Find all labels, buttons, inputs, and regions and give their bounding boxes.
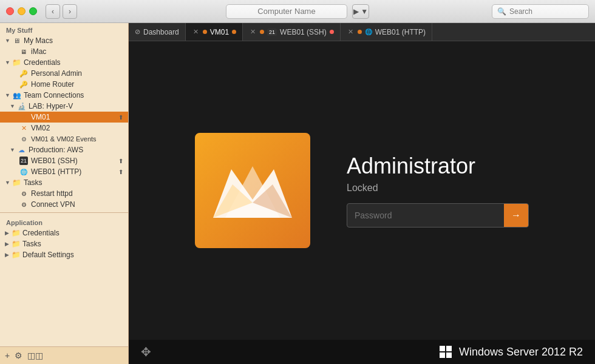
grid-button[interactable]: ◫◫ — [27, 351, 43, 360]
web01-ssh-badge: 21 — [267, 29, 277, 36]
vm01-vm02-events-label: VM01 & VM02 Events — [31, 135, 97, 143]
credentials-folder-icon: 📁 — [13, 58, 21, 67]
application-section: Application — [0, 215, 128, 228]
bottom-bar: ✥ Windows Server 2012 R2 — [129, 340, 595, 364]
restart-httpd-icon: ⚙ — [19, 189, 28, 198]
computer-name-input[interactable] — [226, 4, 347, 19]
search-icon: 🔍 — [497, 7, 506, 16]
main-content: Administrator Locked → ✥ — [129, 41, 595, 364]
titlebar-center: ▶ ▼ — [226, 4, 369, 19]
sidebar-item-connect-vpn[interactable]: ⚙ Connect VPN — [0, 199, 128, 210]
tab-dashboard-label: Dashboard — [143, 28, 179, 36]
app-tasks-folder-icon: 📁 — [12, 240, 20, 248]
web01-http-label: WEB01 (HTTP) — [31, 167, 81, 176]
win-pane-bl — [440, 352, 445, 358]
sidebar-item-app-credentials[interactable]: 📁 Credentials — [0, 228, 128, 238]
vm01-dot — [203, 30, 207, 34]
my-stuff-section: My Stuff — [0, 23, 128, 35]
sidebar-item-team-connections[interactable]: 👥 Team Connections — [0, 90, 128, 101]
windows-logo-icon — [440, 346, 452, 358]
minimize-button[interactable] — [18, 7, 25, 15]
tab-vm01-label: VM01 — [210, 28, 229, 36]
recycle-area: ✥ — [141, 345, 151, 359]
production-aws-icon: ☁ — [18, 146, 26, 154]
web01-ssh-icon: 21 — [19, 157, 28, 165]
app-credentials-label: Credentials — [22, 229, 59, 237]
main-layout: My Stuff 🖥 My Macs 🖥 iMac 📁 Credentials … — [0, 23, 595, 364]
web01-ssh-label: WEB01 (SSH) — [31, 157, 78, 165]
sidebar-item-home-router[interactable]: 🔑 Home Router — [0, 79, 128, 90]
sidebar-item-personal-admin[interactable]: 🔑 Personal Admin — [0, 68, 128, 79]
sidebar-divider — [0, 212, 128, 213]
web01-http-icon: 🌐 — [19, 167, 28, 176]
vm01-upload-icon: ⬆ — [118, 114, 123, 121]
vm02-icon: ✕ — [19, 124, 28, 132]
tasks-chevron — [5, 180, 10, 186]
dashboard-icon: ⊘ — [135, 28, 140, 36]
maximize-button[interactable] — [29, 7, 37, 15]
sidebar-item-my-macs[interactable]: 🖥 My Macs — [0, 35, 128, 46]
team-connections-label: Team Connections — [24, 91, 84, 99]
web01-http-tab-dot — [358, 30, 362, 34]
sidebar-item-web01-ssh[interactable]: 21 WEB01 (SSH) ⬆ — [0, 155, 128, 166]
tab-web01-ssh[interactable]: ✕ 21 WEB01 (SSH) — [243, 23, 341, 41]
add-button[interactable]: + — [5, 351, 10, 360]
sidebar-item-restart-httpd[interactable]: ⚙ Restart httpd — [0, 188, 128, 199]
connect-vpn-icon: ⚙ — [19, 200, 28, 209]
tab-vm01-close[interactable]: ✕ — [192, 27, 200, 36]
search-input[interactable] — [509, 7, 583, 16]
app-credentials-chevron — [5, 230, 9, 236]
app-tasks-label: Tasks — [22, 240, 41, 248]
vm01-status-dot — [232, 30, 236, 34]
tab-dashboard[interactable]: ⊘ Dashboard — [129, 23, 186, 41]
titlebar: ‹ › ▶ ▼ 🔍 — [0, 0, 595, 23]
password-submit-button[interactable]: → — [504, 203, 528, 228]
tab-web01-http-label: WEB01 (HTTP) — [375, 28, 426, 36]
team-connections-chevron — [5, 92, 10, 98]
tab-web01-ssh-close[interactable]: ✕ — [249, 27, 257, 36]
app-default-settings-chevron — [5, 252, 9, 258]
sidebar-item-imac[interactable]: 🖥 iMac — [0, 46, 128, 57]
sidebar-item-credentials[interactable]: 📁 Credentials — [0, 57, 128, 68]
production-aws-label: Production: AWS — [29, 146, 83, 154]
sidebar-toolbar: + ⚙ ◫◫ — [0, 346, 128, 364]
imac-label: iMac — [31, 47, 46, 56]
sidebar-item-production-aws[interactable]: ☁ Production: AWS — [0, 144, 128, 155]
tab-vm01[interactable]: ✕ VM01 — [186, 23, 243, 41]
app-credentials-folder-icon: 📁 — [12, 229, 20, 237]
sidebar-item-tasks[interactable]: 📁 Tasks — [0, 177, 128, 188]
sidebar-item-vm02[interactable]: ✕ VM02 — [0, 123, 128, 133]
credentials-chevron — [5, 59, 10, 66]
forward-button[interactable]: › — [63, 4, 77, 19]
gear-button[interactable]: ⚙ — [15, 351, 22, 360]
back-button[interactable]: ‹ — [46, 4, 60, 19]
connect-vpn-label: Connect VPN — [31, 200, 75, 209]
sidebar-item-lab-hyperv[interactable]: 🔬 LAB: Hyper-V — [0, 101, 128, 112]
production-aws-chevron — [10, 147, 15, 153]
password-row: → — [347, 203, 529, 228]
password-input[interactable] — [347, 211, 504, 220]
web01-http-upload-icon: ⬆ — [118, 169, 123, 175]
sidebar-item-vm01[interactable]: ✕ VM01 ⬆ — [0, 112, 128, 123]
sidebar-item-vm01-vm02-events[interactable]: ⚙ VM01 & VM02 Events — [0, 133, 128, 144]
sidebar-item-app-tasks[interactable]: 📁 Tasks — [0, 238, 128, 249]
tab-web01-http-close[interactable]: ✕ — [347, 27, 355, 36]
admin-title: Administrator — [347, 153, 529, 179]
sidebar: My Stuff 🖥 My Macs 🖥 iMac 📁 Credentials … — [0, 23, 129, 364]
play-button[interactable]: ▶ ▼ — [352, 4, 369, 19]
login-panel: Administrator Locked → — [347, 153, 529, 228]
team-connections-icon: 👥 — [13, 91, 21, 99]
events-icon: ⚙ — [19, 135, 28, 143]
my-macs-label: My Macs — [24, 36, 53, 45]
my-macs-chevron — [5, 38, 10, 44]
lab-hyperv-label: LAB: Hyper-V — [29, 102, 73, 110]
tab-web01-http[interactable]: ✕ 🌐 WEB01 (HTTP) — [341, 23, 432, 41]
close-button[interactable] — [6, 7, 14, 15]
sidebar-item-web01-http[interactable]: 🌐 WEB01 (HTTP) ⬆ — [0, 166, 128, 177]
web01-http-globe-icon: 🌐 — [365, 29, 372, 35]
tasks-folder-icon: 📁 — [13, 178, 21, 187]
lab-hyperv-icon: 🔬 — [18, 102, 26, 110]
sidebar-item-app-default-settings[interactable]: 📁 Default Settings — [0, 249, 128, 260]
search-box: 🔍 — [492, 4, 589, 19]
win-pane-tr — [446, 346, 452, 351]
